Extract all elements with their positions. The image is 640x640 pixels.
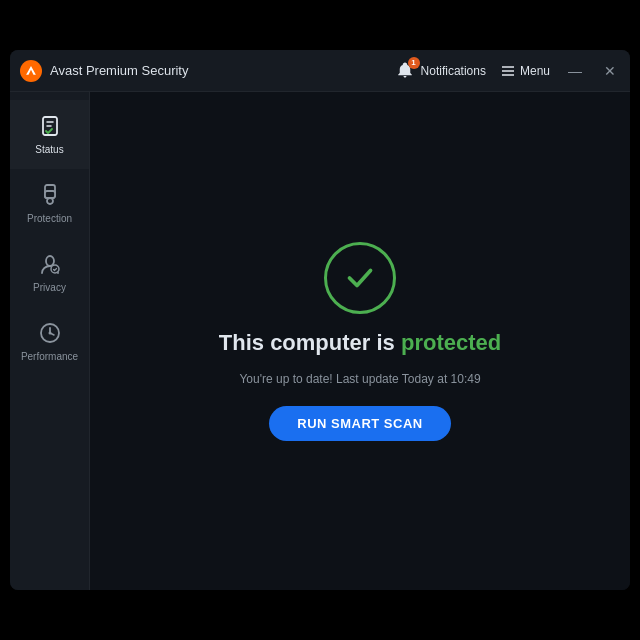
status-heading-highlight: protected [401, 330, 501, 355]
sidebar: Status Protection Privacy [10, 92, 90, 590]
status-heading: This computer is protected [219, 330, 501, 356]
sidebar-item-protection[interactable]: Protection [10, 169, 89, 238]
sidebar-performance-label: Performance [21, 351, 78, 362]
avast-logo-icon [20, 60, 42, 82]
minimize-button[interactable]: — [564, 62, 586, 80]
performance-icon [38, 321, 62, 345]
sidebar-protection-label: Protection [27, 213, 72, 224]
title-bar: Avast Premium Security 1 Notifications [10, 50, 630, 92]
privacy-icon [38, 252, 62, 276]
sidebar-status-label: Status [35, 144, 63, 155]
svg-point-10 [51, 265, 59, 273]
notifications-badge: 1 [408, 57, 420, 69]
status-icon [38, 114, 62, 138]
close-button[interactable]: ✕ [600, 62, 620, 80]
protection-icon [38, 183, 62, 207]
run-smart-scan-button[interactable]: RUN SMART SCAN [269, 406, 450, 441]
title-bar-right: 1 Notifications Menu — ✕ [396, 61, 620, 81]
notifications-button[interactable]: 1 Notifications [396, 61, 486, 81]
sidebar-item-status[interactable]: Status [10, 100, 89, 169]
sidebar-privacy-label: Privacy [33, 282, 66, 293]
page-area: This computer is protected You're up to … [90, 92, 630, 590]
svg-rect-8 [45, 191, 55, 198]
notifications-icon-wrap: 1 [396, 61, 416, 81]
notifications-label: Notifications [421, 64, 486, 78]
svg-point-9 [46, 256, 54, 266]
checkmark-icon [342, 260, 378, 296]
status-heading-prefix: This computer is [219, 330, 401, 355]
status-subtext: You're up to date! Last update Today at … [239, 372, 480, 386]
menu-label: Menu [520, 64, 550, 78]
app-window: Avast Premium Security 1 Notifications [10, 50, 630, 590]
svg-point-0 [20, 60, 42, 82]
app-title: Avast Premium Security [50, 63, 188, 78]
sidebar-item-privacy[interactable]: Privacy [10, 238, 89, 307]
menu-button[interactable]: Menu [500, 63, 550, 79]
status-circle [324, 242, 396, 314]
sidebar-item-performance[interactable]: Performance [10, 307, 89, 376]
main-content: Status Protection Privacy [10, 92, 630, 590]
svg-point-12 [48, 332, 51, 335]
title-bar-left: Avast Premium Security [20, 60, 396, 82]
hamburger-icon [500, 63, 516, 79]
